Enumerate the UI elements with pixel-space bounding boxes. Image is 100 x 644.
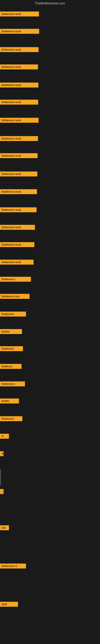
bottleneck-result-item[interactable]: Bottleneck xyxy=(0,346,23,351)
bottleneck-result-item[interactable]: Bottleneck resu xyxy=(0,294,30,299)
bottleneck-result-item[interactable]: Bottleneck r xyxy=(0,381,25,386)
bottleneck-result-item[interactable]: Bottlen xyxy=(0,329,22,334)
bottleneck-result-item[interactable]: Bottleneck r xyxy=(0,277,31,282)
bottleneck-result-item[interactable]: B xyxy=(0,434,9,439)
bottleneck-result-item[interactable]: Bottleneck result xyxy=(0,242,34,247)
bottleneck-result-item[interactable]: | xyxy=(0,489,3,494)
bottleneck-result-item[interactable]: Bottleneck result xyxy=(0,12,39,16)
bottleneck-result-item[interactable]: Bottleneck xyxy=(0,312,26,316)
bottleneck-result-item[interactable]: B xyxy=(0,451,3,456)
bottleneck-result-item[interactable]: Bottleneck result xyxy=(0,225,35,230)
bottleneck-result-item[interactable]: Bottleneck result xyxy=(0,189,37,194)
bottleneck-result-item[interactable]: Bottleneck result xyxy=(0,118,39,123)
bottleneck-result-item[interactable]: Bottleneck result xyxy=(0,29,39,34)
bottleneck-result-item[interactable]: Bottleneck result xyxy=(0,100,38,105)
bottleneck-result-item[interactable]: Bottleneck result xyxy=(0,153,38,158)
bottleneck-result-item[interactable]: Bottleneck result xyxy=(0,64,38,70)
bottleneck-result-item[interactable]: Bottl xyxy=(0,602,18,607)
site-title: TheBottlenecker.com xyxy=(0,0,100,7)
bottleneck-result-item[interactable]: Bottlenec xyxy=(0,364,22,369)
bottleneck-result-item[interactable]: Bottleneck result xyxy=(0,207,37,212)
bottleneck-result-item[interactable]: Bottleneck re xyxy=(0,564,26,568)
bottleneck-result-item[interactable]: Bottleneck result xyxy=(0,260,34,265)
bottleneck-result-item[interactable]: Bottleneck result xyxy=(0,172,37,176)
bottleneck-result-item[interactable]: Bottleneck xyxy=(0,416,22,421)
bottleneck-result-item[interactable]: Bottleneck result xyxy=(0,136,38,141)
bottleneck-result-item[interactable]: Bottleneck result xyxy=(0,47,39,52)
vertical-line xyxy=(0,469,1,485)
bottleneck-result-item[interactable]: Bottler xyxy=(0,398,19,404)
bottleneck-result-item[interactable]: Bot xyxy=(0,525,9,530)
bottleneck-result-item[interactable]: Bottleneck result xyxy=(0,82,38,88)
